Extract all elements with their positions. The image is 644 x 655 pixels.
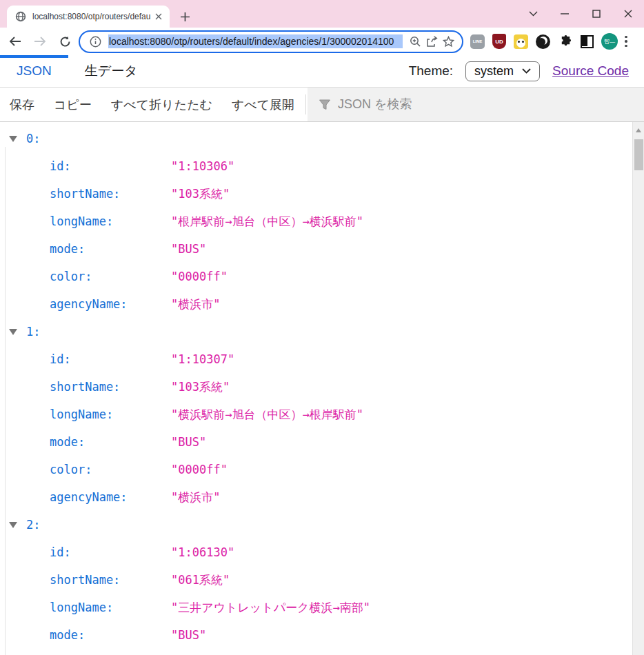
json-value: "061系統"	[171, 566, 230, 594]
toolbar-separator	[305, 94, 306, 114]
json-key: mode:	[50, 428, 85, 456]
filter-funnel-icon	[319, 99, 331, 111]
json-value: "根岸駅前→旭台（中区）→横浜駅前"	[171, 208, 363, 235]
json-viewer-tabbar: JSON 生データ Theme: system Source Code	[0, 55, 644, 88]
json-key: agencyName:	[50, 290, 128, 318]
json-key: id:	[50, 538, 71, 566]
json-value: "1:06130"	[171, 538, 234, 566]
mascot-extension-icon[interactable]	[514, 34, 528, 49]
tree-row: id:"1:06130"	[0, 538, 632, 566]
profile-avatar[interactable]: 智—	[601, 33, 618, 50]
window-titlebar: localhost:8080/otp/routers/defau	[0, 0, 644, 28]
node-index: 2:	[26, 511, 40, 538]
scrollbar-thumb[interactable]	[634, 139, 643, 170]
tree-row: mode:"BUS"	[0, 621, 632, 649]
json-value: "BUS"	[171, 428, 206, 456]
theme-label: Theme:	[409, 63, 453, 79]
node-index: 0:	[26, 125, 40, 152]
json-key: longName:	[50, 594, 113, 621]
node-index: 1:	[26, 318, 40, 345]
json-key: color:	[50, 456, 92, 483]
json-value: "103系統"	[171, 180, 230, 208]
tree-row: mode:"BUS"	[0, 428, 632, 456]
window-close-icon[interactable]	[612, 0, 644, 28]
tab-json[interactable]: JSON	[0, 55, 68, 87]
reload-icon[interactable]	[55, 32, 74, 51]
new-tab-button[interactable]	[177, 8, 193, 25]
side-panel-icon[interactable]	[581, 35, 594, 48]
json-value: "0000ff"	[171, 263, 228, 290]
extensions-row: LINE UD 智—	[470, 33, 618, 50]
save-button[interactable]: 保存	[0, 88, 44, 121]
tree-row: shortName:"103系統"	[0, 373, 632, 401]
json-key: id:	[50, 152, 71, 180]
tab-close-icon[interactable]	[153, 11, 164, 22]
address-bar[interactable]: localhost:8080/otp/routers/default/index…	[79, 30, 463, 53]
json-value: "1:10306"	[171, 152, 234, 180]
json-key: color:	[50, 263, 92, 290]
copy-button[interactable]: コピー	[44, 88, 101, 121]
chevron-down-icon	[522, 68, 531, 74]
json-value: "1:10307"	[171, 345, 234, 373]
tree-row: shortName:"103系統"	[0, 180, 632, 208]
json-key: id:	[50, 345, 71, 373]
json-value: "BUS"	[171, 621, 206, 649]
json-key: shortName:	[50, 566, 120, 594]
json-search-input[interactable]	[338, 97, 631, 112]
tree-row: agencyName:"横浜市"	[0, 290, 632, 318]
vertical-scrollbar[interactable]	[632, 122, 644, 655]
scroll-up-arrow-icon[interactable]	[636, 128, 641, 132]
tree-row: longName:"三井アウトレットパーク横浜→南部"	[0, 594, 632, 621]
expander-triangle-icon[interactable]	[9, 329, 17, 335]
url-text-selected[interactable]: localhost:8080/otp/routers/default/index…	[108, 34, 403, 48]
theme-select[interactable]: system	[465, 61, 540, 81]
expander-triangle-icon[interactable]	[9, 136, 17, 142]
json-toolbar: 保存 コピー すべて折りたたむ すべて展開	[0, 88, 644, 122]
json-value: "横浜駅前→旭台（中区）→根岸駅前"	[171, 401, 363, 428]
tree-node-header: 0:	[0, 125, 632, 152]
minimize-icon[interactable]	[549, 0, 581, 28]
json-value: "103系統"	[171, 373, 230, 401]
tree-row: color:"0000ff"	[0, 456, 632, 483]
zoom-icon[interactable]	[407, 33, 423, 50]
globe-favicon-icon	[15, 11, 26, 22]
json-value: "横浜市"	[171, 483, 220, 511]
collapse-all-button[interactable]: すべて折りたたむ	[101, 88, 222, 121]
json-value: "0000ff"	[171, 456, 228, 483]
forward-arrow-icon[interactable]	[30, 32, 50, 51]
json-key: longName:	[50, 401, 113, 428]
menu-kebab-icon[interactable]	[625, 36, 627, 48]
tree-row: longName:"根岸駅前→旭台（中区）→横浜駅前"	[0, 208, 632, 235]
json-key: agencyName:	[50, 483, 128, 511]
bookmark-star-icon[interactable]	[440, 33, 456, 50]
expand-all-button[interactable]: すべて展開	[222, 88, 304, 121]
json-value: "横浜市"	[171, 290, 220, 318]
expander-triangle-icon[interactable]	[9, 522, 17, 528]
json-key: longName:	[50, 208, 113, 235]
browser-tab[interactable]: localhost:8080/otp/routers/defau	[7, 6, 170, 28]
json-key: shortName:	[50, 180, 120, 208]
info-icon[interactable]	[87, 33, 103, 50]
tree-row: longName:"横浜駅前→旭台（中区）→根岸駅前"	[0, 401, 632, 428]
share-icon[interactable]	[423, 33, 440, 50]
tree-row: id:"1:10307"	[0, 345, 632, 373]
tab-raw-data[interactable]: 生データ	[68, 55, 154, 87]
source-code-link[interactable]: Source Code	[552, 63, 629, 79]
browser-navbar: localhost:8080/otp/routers/default/index…	[0, 28, 644, 55]
json-tree: 0: id:"1:10306" shortName:"103系統" longNa…	[0, 122, 632, 655]
dark-mode-extension-icon[interactable]	[536, 34, 550, 49]
back-arrow-icon[interactable]	[6, 32, 25, 51]
json-key: shortName:	[50, 373, 120, 401]
tab-search-chevron-icon[interactable]	[517, 0, 549, 28]
shield-extension-icon[interactable]: UD	[492, 34, 506, 49]
tree-node-header: 1:	[0, 318, 632, 345]
line-extension-icon[interactable]: LINE	[470, 34, 485, 49]
json-value: "BUS"	[171, 235, 206, 263]
maximize-icon[interactable]	[581, 0, 612, 28]
tree-node-header: 2:	[0, 511, 632, 538]
tab-title: localhost:8080/otp/routers/defau	[32, 12, 153, 21]
tree-row: agencyName:"横浜市"	[0, 483, 632, 511]
tree-row: mode:"BUS"	[0, 235, 632, 263]
extensions-puzzle-icon[interactable]	[558, 34, 573, 49]
json-key: mode:	[50, 235, 85, 263]
